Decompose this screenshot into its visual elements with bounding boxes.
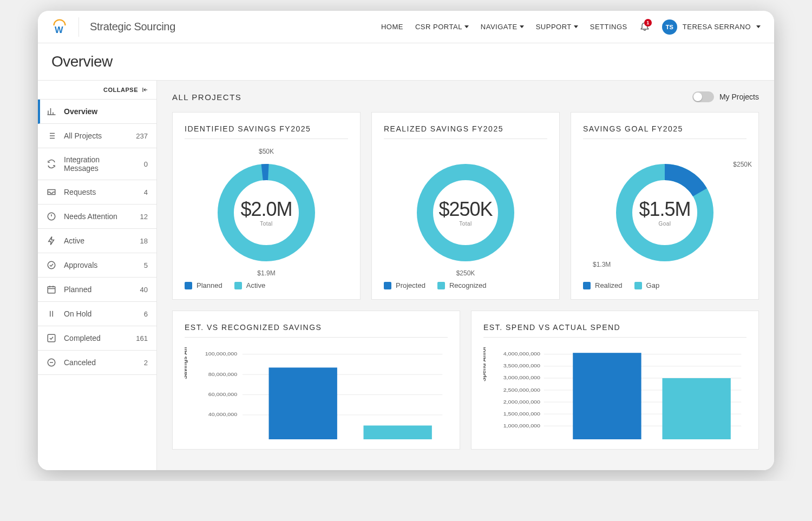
list-icon (47, 131, 56, 141)
user-avatar: TS (662, 19, 677, 35)
svg-rect-4 (48, 334, 55, 342)
donut-segment-label: $1.3M (593, 261, 611, 268)
donut-realized: $250K Total $250K (384, 149, 547, 276)
sidebar-item-count: 40 (140, 286, 148, 294)
sidebar-item-overview[interactable]: Overview (38, 100, 156, 124)
svg-text:40,000,000: 40,000,000 (208, 412, 238, 417)
sidebar-item-count: 18 (140, 237, 148, 245)
donut-identified: $2.0M Total $50K $1.9M (185, 149, 348, 276)
donut-sub: Total (438, 221, 492, 227)
legend-item: Realized (583, 281, 623, 289)
chevron-down-icon (464, 25, 469, 28)
legend-label: Recognized (449, 281, 487, 289)
legend-swatch (583, 282, 591, 289)
sidebar-item-planned[interactable]: Planned 40 (38, 278, 156, 302)
sidebar-item-label: Completed (64, 334, 128, 342)
chevron-down-icon (574, 25, 578, 28)
svg-text:60,000,000: 60,000,000 (208, 392, 238, 397)
svg-rect-36 (662, 378, 730, 439)
sidebar-item-label: Approvals (64, 261, 136, 269)
sidebar-item-count: 5 (144, 261, 148, 269)
nav-home[interactable]: HOME (381, 23, 403, 31)
sidebar-item-label: Canceled (64, 358, 136, 367)
sidebar-item-approvals[interactable]: Approvals 5 (38, 253, 156, 278)
nav-csr-label: CSR PORTAL (415, 23, 462, 31)
sidebar-item-all-projects[interactable]: All Projects 237 (38, 124, 156, 148)
donut-value: $2.0M (240, 198, 292, 221)
sidebar-item-canceled[interactable]: Canceled 2 (38, 351, 156, 375)
sidebar-item-count: 6 (144, 310, 148, 318)
bar-chart-icon (47, 107, 56, 116)
my-projects-toggle-wrap: My Projects (692, 91, 759, 102)
legend-label: Active (246, 281, 265, 289)
donut-value: $1.5M (639, 198, 690, 221)
app-title: Strategic Sourcing (90, 21, 175, 33)
legend-swatch (634, 282, 642, 289)
card-identified-savings: IDENTIFIED SAVINGS FY2025 $2.0M Total $5… (172, 112, 361, 300)
legend-swatch (437, 282, 445, 289)
legend-label: Planned (197, 281, 222, 289)
donut-segment-label: $250K (733, 161, 752, 168)
svg-text:1,500,000,000: 1,500,000,000 (503, 411, 541, 416)
sidebar-item-label: On Hold (64, 309, 136, 318)
chevron-down-icon (756, 25, 761, 28)
page-title-row: Overview (38, 43, 774, 81)
notifications-button[interactable]: 1 (639, 21, 650, 33)
sidebar-item-count: 4 (144, 188, 148, 196)
card-est-spend-vs-actual-spend: EST. SPEND VS ACTUAL SPEND Spend Amount … (471, 311, 759, 450)
nav-navigate[interactable]: NAVIGATE (481, 23, 524, 31)
sidebar-item-completed[interactable]: Completed 161 (38, 326, 156, 351)
svg-text:2,000,000,000: 2,000,000,000 (503, 399, 541, 404)
sidebar-item-requests[interactable]: Requests 4 (38, 180, 156, 205)
user-menu[interactable]: TS TERESA SERRANO (662, 19, 761, 35)
svg-rect-3 (48, 287, 55, 293)
nav-navigate-label: NAVIGATE (481, 23, 518, 31)
sidebar-collapse-button[interactable]: COLLAPSE (38, 81, 156, 100)
donut-value: $250K (438, 198, 492, 221)
body-row: COLLAPSE Overview All Projects 237 (38, 81, 774, 470)
nav-csr-portal[interactable]: CSR PORTAL (415, 23, 469, 31)
sidebar-item-active[interactable]: Active 18 (38, 229, 156, 253)
y-axis-label: Savings Amount (185, 347, 188, 379)
inbox-icon (47, 187, 56, 197)
my-projects-toggle[interactable] (692, 91, 714, 102)
svg-text:80,000,000: 80,000,000 (208, 371, 238, 377)
svg-rect-19 (269, 367, 337, 439)
card-est-vs-recognized-savings: EST. VS RECOGNIZED SAVINGS Savings Amoun… (172, 311, 460, 450)
card-realized-savings: REALIZED SAVINGS FY2025 $250K Total $250… (371, 112, 560, 300)
bar-chart-spend: Spend Amount 4,000,000,000 3,500,000,000… (483, 347, 746, 439)
sidebar-item-count: 12 (140, 213, 148, 221)
card-title: EST. VS RECOGNIZED SAVINGS (185, 323, 448, 338)
main-content: ALL PROJECTS My Projects IDENTIFIED SAVI… (157, 81, 774, 470)
legend-label: Realized (595, 281, 623, 289)
svg-text:1,000,000,000: 1,000,000,000 (503, 423, 541, 428)
content-title: ALL PROJECTS (172, 93, 241, 102)
bar-chart-savings: Savings Amount 100,000,000 80,000,000 60… (185, 347, 448, 439)
sidebar: COLLAPSE Overview All Projects 237 (38, 81, 157, 470)
sidebar-item-count: 2 (144, 359, 148, 367)
sidebar-item-integration-messages[interactable]: Integration Messages 0 (38, 148, 156, 180)
svg-text:2,500,000,000: 2,500,000,000 (503, 387, 541, 392)
svg-text:100,000,000: 100,000,000 (205, 351, 238, 357)
nav-settings[interactable]: SETTINGS (590, 23, 627, 31)
donut-segment-label: $250K (456, 269, 475, 277)
workday-logo-icon: W (51, 19, 68, 35)
nav-support-label: SUPPORT (536, 23, 572, 31)
nav-home-label: HOME (381, 23, 403, 31)
legend: Planned Active (185, 276, 348, 289)
donut-center: $250K Total (438, 198, 492, 227)
sidebar-item-needs-attention[interactable]: Needs Attention 12 (38, 205, 156, 229)
content-header: ALL PROJECTS My Projects (172, 91, 759, 102)
legend-item: Gap (634, 281, 660, 289)
app-window: W Strategic Sourcing HOME CSR PORTAL NAV… (38, 11, 774, 470)
card-title: SAVINGS GOAL FY2025 (583, 124, 746, 139)
donut-segment-label: $1.9M (257, 269, 275, 277)
legend-swatch (384, 282, 391, 289)
cards-row-bars: EST. VS RECOGNIZED SAVINGS Savings Amoun… (172, 311, 759, 450)
legend-label: Gap (646, 281, 660, 289)
collapse-icon (141, 86, 149, 94)
sidebar-item-label: Planned (64, 285, 133, 294)
sidebar-item-on-hold[interactable]: On Hold 6 (38, 302, 156, 326)
user-name: TERESA SERRANO (683, 23, 751, 31)
nav-support[interactable]: SUPPORT (536, 23, 578, 31)
